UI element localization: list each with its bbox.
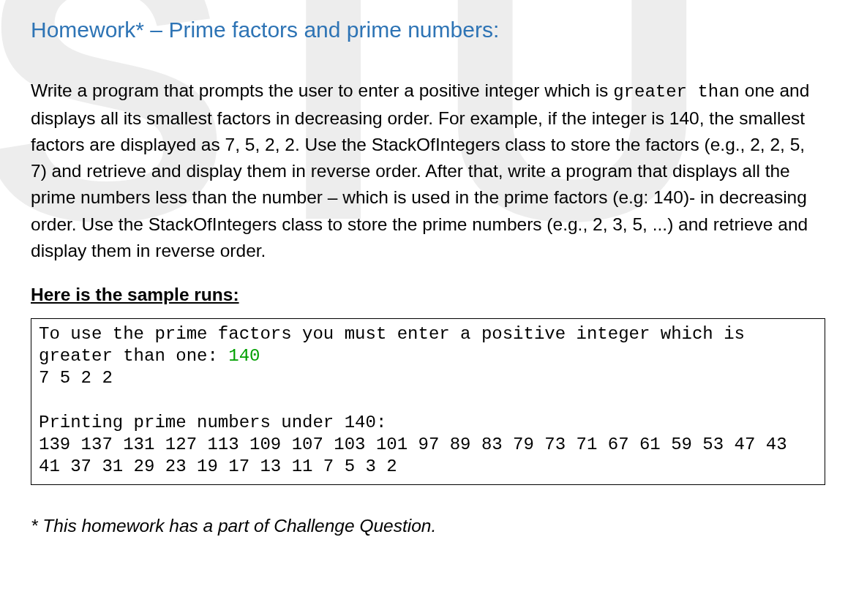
body-text-mono: greater than	[613, 82, 740, 102]
page-title: Homework* – Prime factors and prime numb…	[31, 18, 825, 42]
sample-output-box: To use the prime factors you must enter …	[31, 318, 825, 485]
document-body: Homework* – Prime factors and prime numb…	[0, 0, 856, 536]
sample-runs-heading: Here is the sample runs:	[31, 285, 825, 305]
footnote: * This homework has a part of Challenge …	[31, 516, 825, 536]
body-text-pre: Write a program that prompts the user to…	[31, 80, 613, 100]
sample-primes-line: 139 137 131 127 113 109 107 103 101 97 8…	[39, 435, 797, 476]
sample-factors-line: 7 5 2 2	[39, 368, 113, 388]
body-text-mid: one and displays all its smallest factor…	[31, 80, 809, 260]
sample-prompt: To use the prime factors you must enter …	[39, 324, 755, 366]
assignment-description: Write a program that prompts the user to…	[31, 78, 825, 264]
sample-primes-heading: Printing prime numbers under 140:	[39, 413, 386, 432]
sample-input-value: 140	[228, 346, 260, 366]
